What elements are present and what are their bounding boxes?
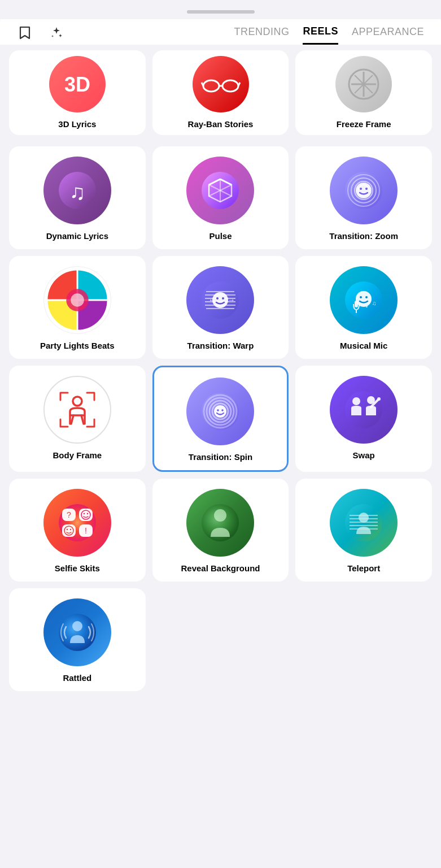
svg-point-71 (222, 409, 224, 411)
effect-label-rattled: Rattled (63, 673, 91, 683)
svg-point-98 (359, 513, 369, 523)
svg-point-28 (365, 188, 368, 190)
effect-label-dynamic-lyrics: Dynamic Lyrics (46, 231, 108, 241)
svg-point-26 (356, 183, 372, 198)
effect-card-reveal-background[interactable]: Reveal Background (152, 479, 289, 581)
icon-transition-warp: ← → (186, 266, 254, 334)
svg-point-69 (214, 405, 226, 418)
effect-card-selfie-skits[interactable]: ? ! Selfie Ski (9, 479, 146, 581)
svg-line-4 (202, 83, 203, 86)
svg-point-50 (222, 297, 224, 300)
effect-card-transition-warp[interactable]: ← → Transition: Warp (152, 256, 289, 359)
icon-teleport (330, 489, 398, 557)
tab-trending[interactable]: TRENDING (234, 26, 289, 44)
icon-swap (330, 376, 398, 444)
svg-point-73 (352, 397, 360, 405)
svg-text:→: → (228, 296, 235, 304)
effect-card-body-frame[interactable]: Body Frame (9, 366, 146, 472)
effect-card-pulse[interactable]: Pulse (152, 146, 289, 249)
effect-label-party-lights-beats: Party Lights Beats (40, 341, 115, 351)
effect-card-rayban[interactable]: Ray-Ban Stories (152, 50, 289, 135)
effect-label-rayban: Ray-Ban Stories (188, 119, 254, 129)
effect-label-selfie-skits: Selfie Skits (55, 563, 100, 574)
icon-transition-zoom (330, 157, 398, 224)
svg-point-82 (84, 513, 85, 514)
svg-point-91 (214, 509, 226, 522)
svg-line-63 (81, 415, 84, 424)
effect-label-freeze: Freeze Frame (337, 119, 391, 129)
drag-handle[interactable] (187, 10, 255, 14)
icon-rattled (43, 598, 111, 666)
effect-label-transition-spin: Transition: Spin (189, 452, 252, 462)
nav-bar: TRENDING REELS APPEARANCE (0, 19, 441, 45)
svg-line-62 (71, 415, 73, 424)
tab-reels[interactable]: REELS (303, 25, 338, 45)
svg-point-100 (72, 621, 82, 631)
svg-point-38 (71, 293, 84, 307)
svg-point-72 (345, 391, 382, 428)
effect-card-transition-zoom[interactable]: Transition: Zoom (295, 146, 432, 249)
effect-label-transition-zoom: Transition: Zoom (329, 231, 398, 241)
effect-card-transition-spin[interactable]: Transition: Spin (152, 366, 289, 472)
svg-text:3D: 3D (64, 73, 90, 96)
icon-3d-lyrics: 3D (49, 56, 106, 112)
svg-point-86 (67, 529, 68, 530)
icon-selfie-skits: ? ! (43, 489, 111, 557)
effect-label-pulse: Pulse (209, 231, 232, 241)
effect-card-teleport[interactable]: Teleport (295, 479, 432, 581)
svg-point-2 (222, 80, 238, 92)
icon-freeze (335, 56, 392, 112)
icon-pulse (186, 157, 254, 224)
icon-rayban (193, 56, 249, 112)
svg-point-1 (203, 80, 219, 92)
svg-point-60 (73, 397, 82, 406)
effect-card-freeze[interactable]: Freeze Frame (295, 50, 432, 135)
effect-label-musical-mic: Musical Mic (340, 341, 387, 351)
svg-text:?: ? (67, 510, 71, 519)
partial-top-row: 3D 3D Lyrics Ray-Ban Stories (0, 45, 441, 140)
nav-icons (17, 25, 64, 45)
svg-point-76 (377, 397, 381, 401)
icon-transition-spin (186, 377, 254, 445)
effect-card-party-lights-beats[interactable]: Party Lights Beats (9, 256, 146, 359)
icon-dynamic-lyrics: ♫ (43, 157, 111, 224)
icon-party-lights-beats (43, 266, 111, 334)
svg-text:♩: ♩ (365, 302, 368, 309)
svg-point-53 (360, 296, 362, 298)
svg-point-27 (360, 188, 362, 190)
svg-text:←: ← (208, 296, 216, 304)
svg-text:♪: ♪ (368, 294, 371, 302)
icon-reveal-bg (186, 489, 254, 557)
effect-label-transition-warp: Transition: Warp (187, 341, 254, 351)
effect-card-rattled[interactable]: Rattled (9, 588, 146, 691)
svg-line-5 (238, 83, 240, 86)
svg-rect-55 (355, 301, 358, 307)
icon-musical-mic: ♪ ♫ ♩ (330, 266, 398, 334)
tab-appearance[interactable]: APPEARANCE (352, 26, 424, 44)
svg-point-83 (87, 513, 88, 514)
svg-text:♫: ♫ (372, 300, 377, 306)
effect-label-reveal-background: Reveal Background (181, 563, 260, 574)
effect-label-teleport: Teleport (347, 563, 380, 574)
effect-label-3d-lyrics: 3D Lyrics (58, 119, 96, 129)
bookmark-icon[interactable] (17, 25, 33, 45)
svg-text:!: ! (85, 526, 87, 535)
svg-point-70 (217, 409, 220, 411)
svg-text:♫: ♫ (69, 180, 86, 204)
effect-card-musical-mic[interactable]: ♪ ♫ ♩ Musical Mic (295, 256, 432, 359)
effect-card-3d-lyrics[interactable]: 3D 3D Lyrics (9, 50, 146, 135)
sparkles-icon[interactable] (49, 25, 64, 45)
effect-card-swap[interactable]: Swap (295, 366, 432, 472)
svg-point-87 (70, 529, 71, 530)
effects-grid: ♫ Dynamic Lyrics (0, 140, 441, 698)
icon-body-frame (43, 376, 111, 444)
nav-tabs: TRENDING REELS APPEARANCE (234, 25, 424, 45)
phone-container: TRENDING REELS APPEARANCE 3D 3D Lyrics (0, 0, 441, 868)
svg-point-49 (216, 297, 219, 300)
effect-label-body-frame: Body Frame (53, 450, 102, 461)
effect-card-dynamic-lyrics[interactable]: ♫ Dynamic Lyrics (9, 146, 146, 249)
effect-label-swap: Swap (353, 450, 375, 461)
